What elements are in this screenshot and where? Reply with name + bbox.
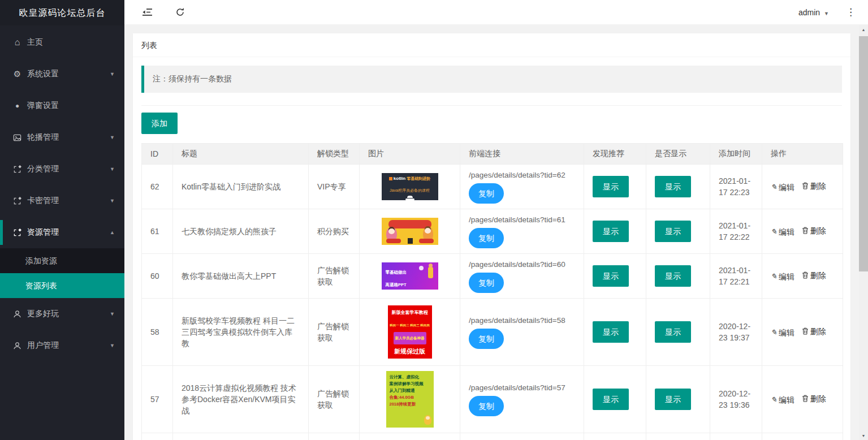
row-actions-cell: 编辑 删除 [762,165,843,209]
sidebar-item-card-keys[interactable]: 卡密管理 [0,185,124,217]
label-shape [419,239,434,243]
chevron-down-icon [110,311,115,317]
add-button[interactable]: 添加 [141,113,178,134]
chevron-down-icon [110,343,115,348]
sidebar-item-popup-settings[interactable]: 弹窗设置 [0,90,124,122]
table-row: 60 教你零基础做出高大上PPT 广告解锁获取 零基础做出 高逼格PPT [142,254,843,299]
copy-button[interactable]: 复制 [469,273,504,293]
sidebar-subitem-add-resource[interactable]: 添加资源 [0,248,124,273]
row-link-cell: /pages/details/details?tid=61 复制 [460,209,584,254]
row-actions-cell: 编辑 删除 [762,366,843,433]
delete-button[interactable]: 删除 [802,270,826,281]
frontend-link: /pages/details/details?tid=57 [469,382,575,394]
col-header-discover-recommend: 发现推荐 [584,144,646,165]
row-recommend-cell: 显示 [584,366,646,433]
refresh-icon[interactable] [174,7,185,18]
recommend-toggle-button[interactable]: 显示 [593,389,629,410]
kotlin-logo-icon [389,177,392,180]
collapse-sidebar-icon[interactable] [141,7,153,18]
delete-button[interactable]: 删除 [802,180,826,192]
row-id: 60 [142,254,173,299]
visible-toggle-button[interactable]: 显示 [655,221,691,242]
col-header-unlock-type: 解锁类型 [309,144,360,165]
copy-button[interactable]: 复制 [469,329,504,349]
sidebar-subitem-label: 资源列表 [25,281,57,290]
chevron-down-icon [110,166,115,172]
recommend-toggle-button[interactable]: 显示 [593,321,629,343]
scrollbar-thumb[interactable] [859,36,868,271]
frontend-link: /pages/details/details?tid=62 [469,170,575,181]
decor-shape [408,238,413,244]
recommend-toggle-button[interactable]: 显示 [593,176,629,197]
row-unlock-type: 广告解锁获取 [309,366,360,433]
sidebar-item-category[interactable]: 分类管理 [0,153,124,185]
trash-icon [802,271,809,279]
sidebar-item-label: 资源管理 [27,227,59,238]
row-actions-cell [762,433,843,440]
sidebar-item-label: 分类管理 [27,164,59,174]
recommend-toggle-button[interactable]: 显示 [593,265,629,287]
scrollbar-up-arrow[interactable] [859,25,868,34]
table-row: 57 2018云计算虚拟化视频教程 技术参考Docker容器Xen/KVM项目实… [142,366,843,433]
android-robot-icon [405,199,414,200]
scrollbar[interactable] [859,25,868,440]
gear-icon [12,70,22,79]
sidebar-item-carousel[interactable]: 轮播管理 [0,122,124,153]
sidebar-item-home[interactable]: 主页 [0,27,124,58]
row-add-time [710,433,762,440]
frontend-link: /pages/details/details?tid=60 [469,259,575,270]
pencil-icon [771,326,777,338]
illustration-person [428,267,433,278]
picture-icon [12,133,22,143]
row-add-time: 2020-12-23 19:37 [710,299,762,366]
copy-button[interactable]: 复制 [469,228,504,248]
sidebar-item-system-settings[interactable]: 系统设置 [0,58,124,90]
visible-toggle-button[interactable]: 显示 [655,389,691,410]
copy-button[interactable]: 复制 [469,396,504,416]
admin-dropdown[interactable]: admin [798,8,829,17]
trash-icon [802,395,809,402]
row-image-cell: 零基础做出 高逼格PPT [360,254,460,299]
template-icon [12,228,22,238]
sidebar-item-more-fun[interactable]: 更多好玩 [0,298,124,330]
sidebar-item-resources[interactable]: 资源管理 [0,217,124,248]
trash-icon [802,327,809,335]
edit-button[interactable]: 编辑 [771,226,794,238]
sidebar-item-label: 主页 [27,37,43,48]
row-visible-cell: 显示 [646,254,710,299]
recommend-toggle-button[interactable]: 显示 [593,221,629,242]
sidebar-nav: 主页 系统设置 弹窗设置 轮播管理 [0,25,124,361]
sidebar-item-label: 卡密管理 [27,196,59,206]
delete-button[interactable]: 删除 [802,393,826,404]
sidebar-item-user-management[interactable]: 用户管理 [0,330,124,361]
sidebar-item-label: 弹窗设置 [27,101,59,111]
delete-button[interactable]: 删除 [802,225,826,236]
card-body: 注：须保持有一条数据 添加 ID 标题 解锁类型 图片 前端连 [133,57,850,440]
row-visible-cell: 显示 [646,366,710,433]
edit-button[interactable]: 编辑 [771,326,794,338]
delete-button[interactable]: 删除 [802,326,826,337]
sidebar-item-label: 轮播管理 [27,132,59,143]
person-icon [12,341,22,351]
kebab-menu-icon[interactable] [846,6,856,18]
visible-toggle-button[interactable]: 显示 [655,265,691,287]
chevron-down-icon [110,71,115,77]
edit-button[interactable]: 编辑 [771,270,794,282]
row-visible-cell [646,433,710,440]
sidebar-subitem-label: 添加资源 [25,256,57,265]
scrollbar-down-arrow[interactable] [859,431,868,440]
visible-toggle-button[interactable]: 显示 [655,321,691,343]
sidebar: 欧皇源码论坛总后台 主页 系统设置 弹窗设置 轮播管理 [0,0,124,440]
template-icon [12,196,22,206]
row-unlock-type: VIP专享 [309,165,360,209]
copy-button[interactable]: 复制 [469,183,504,204]
sidebar-subitem-resource-list[interactable]: 资源列表 [0,273,124,298]
frontend-link: /pages/details/details?tid=58 [469,315,575,326]
visible-toggle-button[interactable]: 显示 [655,176,691,197]
table-header-row: ID 标题 解锁类型 图片 前端连接 发现推荐 是否显示 添加时间 操作 [142,144,843,165]
row-image-cell [360,433,460,440]
edit-button[interactable]: 编辑 [771,181,794,193]
frontend-link: /pages/details/details?tid=61 [469,214,575,226]
edit-button[interactable]: 编辑 [771,394,794,406]
sidebar-item-label: 用户管理 [27,340,59,351]
